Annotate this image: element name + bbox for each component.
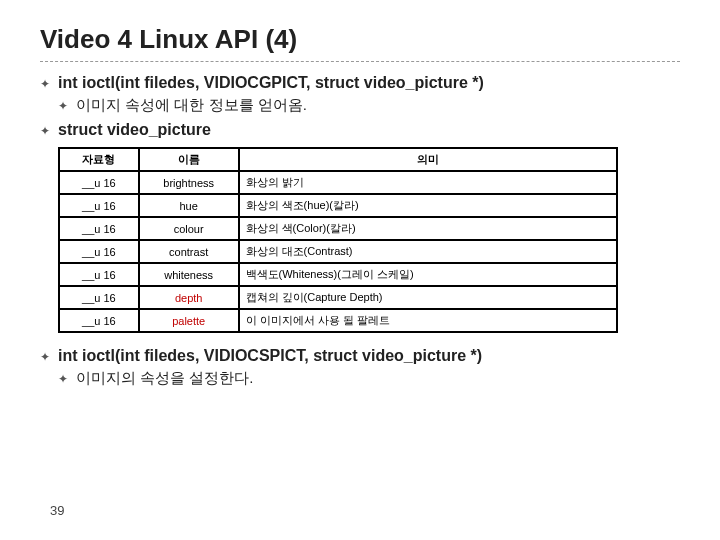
cell-type: __u 16 <box>59 263 139 286</box>
bullet-1: ✦ int ioctl(int filedes, VIDIOCGPICT, st… <box>40 74 680 92</box>
th-type: 자료형 <box>59 148 139 171</box>
table-row: __u 16palette이 이미지에서 사용 될 팔레트 <box>59 309 617 332</box>
cell-name: palette <box>139 309 239 332</box>
title-divider <box>40 61 680 62</box>
bullet-1-sub-text: 이미지 속성에 대한 정보를 얻어옴. <box>76 96 307 115</box>
cell-name: hue <box>139 194 239 217</box>
table-row: __u 16whiteness백색도(Whiteness)(그레이 스케일) <box>59 263 617 286</box>
bullet-2: ✦ struct video_picture <box>40 121 680 139</box>
struct-table: 자료형 이름 의미 __u 16brightness화상의 밝기__u 16hu… <box>58 147 618 333</box>
table-row: __u 16depth캡쳐의 깊이(Capture Depth) <box>59 286 617 309</box>
cell-name: depth <box>139 286 239 309</box>
cell-desc: 백색도(Whiteness)(그레이 스케일) <box>239 263 617 286</box>
bullet-icon: ✦ <box>40 350 52 364</box>
bullet-2-text: struct video_picture <box>58 121 211 139</box>
page-number: 39 <box>50 503 64 518</box>
cell-desc: 화상의 대조(Contrast) <box>239 240 617 263</box>
table-row: __u 16contrast화상의 대조(Contrast) <box>59 240 617 263</box>
cell-name: colour <box>139 217 239 240</box>
cell-desc: 캡쳐의 깊이(Capture Depth) <box>239 286 617 309</box>
table-row: __u 16brightness화상의 밝기 <box>59 171 617 194</box>
bullet-1-sub: ✦ 이미지 속성에 대한 정보를 얻어옴. <box>58 96 680 115</box>
bullet-3-sub: ✦ 이미지의 속성을 설정한다. <box>58 369 680 388</box>
cell-desc: 화상의 색(Color)(칼라) <box>239 217 617 240</box>
table-row: __u 16colour화상의 색(Color)(칼라) <box>59 217 617 240</box>
cell-desc: 이 이미지에서 사용 될 팔레트 <box>239 309 617 332</box>
bullet-icon: ✦ <box>58 99 70 113</box>
bullet-icon: ✦ <box>40 124 52 138</box>
cell-desc: 화상의 밝기 <box>239 171 617 194</box>
bullet-3-sub-text: 이미지의 속성을 설정한다. <box>76 369 254 388</box>
cell-type: __u 16 <box>59 217 139 240</box>
page-title: Video 4 Linux API (4) <box>40 24 680 55</box>
bullet-icon: ✦ <box>58 372 70 386</box>
bullet-3-text: int ioctl(int filedes, VIDIOCSPICT, stru… <box>58 347 482 365</box>
table-row: __u 16hue화상의 색조(hue)(칼라) <box>59 194 617 217</box>
cell-name: contrast <box>139 240 239 263</box>
bullet-icon: ✦ <box>40 77 52 91</box>
th-desc: 의미 <box>239 148 617 171</box>
bullet-1-text: int ioctl(int filedes, VIDIOCGPICT, stru… <box>58 74 484 92</box>
cell-type: __u 16 <box>59 240 139 263</box>
cell-type: __u 16 <box>59 286 139 309</box>
cell-desc: 화상의 색조(hue)(칼라) <box>239 194 617 217</box>
cell-name: whiteness <box>139 263 239 286</box>
table-header-row: 자료형 이름 의미 <box>59 148 617 171</box>
cell-type: __u 16 <box>59 309 139 332</box>
cell-type: __u 16 <box>59 194 139 217</box>
cell-type: __u 16 <box>59 171 139 194</box>
struct-table-wrap: 자료형 이름 의미 __u 16brightness화상의 밝기__u 16hu… <box>58 147 680 333</box>
bullet-3: ✦ int ioctl(int filedes, VIDIOCSPICT, st… <box>40 347 680 365</box>
th-name: 이름 <box>139 148 239 171</box>
cell-name: brightness <box>139 171 239 194</box>
